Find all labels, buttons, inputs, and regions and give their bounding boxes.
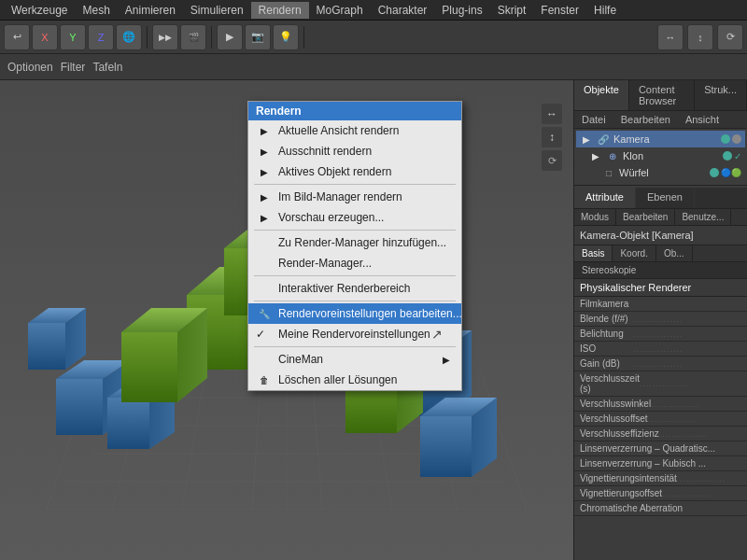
attr-tab-basis[interactable]: Basis — [574, 245, 613, 261]
tool-y-axis[interactable]: Y — [60, 24, 86, 50]
attr-title: Kamera-Objekt [Kamera] — [574, 226, 747, 245]
tool-world[interactable]: 🌐 — [116, 24, 142, 50]
subtab-bearbeiten[interactable]: Bearbeiten — [613, 111, 678, 128]
tab-content-browser[interactable]: Content Browser — [629, 80, 695, 110]
menu-simulieren[interactable]: Simulieren — [183, 2, 251, 19]
subtab-ansicht[interactable]: Ansicht — [678, 111, 726, 128]
belichtung-dots: ............... — [634, 329, 741, 339]
objects-list: ▶ 🔗 Kamera ▶ ⊕ Klon ✓ □ — [574, 129, 747, 183]
attr-subtab-bearbeiten[interactable]: Bearbeiten — [616, 209, 675, 225]
menu-skript[interactable]: Skript — [490, 2, 534, 19]
check-icon: ✓ — [256, 328, 265, 341]
tool-light[interactable]: 💡 — [273, 24, 299, 50]
menu-aktives-objekt[interactable]: ▶ Aktives Objekt rendern — [248, 161, 461, 182]
tool-render-active[interactable]: ▶ — [217, 24, 243, 50]
menu-ausschnitt[interactable]: ▶ Ausschnitt rendern — [248, 141, 461, 161]
attr-gain: Gain (dB) ............... — [574, 357, 747, 371]
attr-subtab-modus[interactable]: Modus — [574, 209, 616, 225]
menu-zu-render-manager[interactable]: Zu Render-Manager hinzufügen... — [248, 232, 461, 253]
tab-ebenen[interactable]: Ebenen — [636, 188, 695, 208]
toolbar2-optionen[interactable]: Optionen — [7, 61, 53, 74]
attr-verschlussoffset: Verschlussoffset ............... — [574, 412, 747, 427]
dropdown-menu: Rendern ▶ Aktuelle Ansicht rendern ▶ Aus… — [247, 101, 462, 391]
sep-2 — [254, 230, 456, 231]
obj-klon[interactable]: ▶ ⊕ Klon ✓ — [576, 147, 745, 164]
menu-vorschau[interactable]: ▶ Vorschau erzeugen... — [248, 207, 461, 228]
menu-mograph[interactable]: MoGraph — [309, 2, 371, 19]
attr-linsen-quad: Linsenverzerrung – Quadratisc... — [574, 441, 747, 456]
obj-kamera[interactable]: ▶ 🔗 Kamera — [576, 131, 745, 147]
iso-label: ISO — [580, 343, 634, 354]
menu-animieren[interactable]: Animieren — [118, 2, 183, 19]
kamera-controls — [721, 134, 741, 144]
attr-stereoskopie[interactable]: Stereoskopie — [574, 262, 747, 279]
render-icon-5: ▶ — [256, 210, 273, 225]
tool-nav1[interactable]: ↔ — [657, 24, 684, 50]
wuerfel-icons: 🔵🟢 — [721, 168, 741, 177]
menu-cineman[interactable]: CineMan ▶ — [248, 349, 461, 370]
menu-interaktiver[interactable]: Interaktiver Renderbereich — [248, 278, 461, 299]
tool-x-axis[interactable]: X — [32, 24, 58, 50]
toolbar2-filter[interactable]: Filter — [61, 61, 86, 74]
attr-verschlusseffizienz: Verschlusseffizienz ............... — [574, 427, 747, 441]
obj-wuerfel[interactable]: □ Würfel 🔵🟢 — [576, 164, 745, 181]
attr-tab-koord[interactable]: Koord. — [613, 245, 655, 261]
kamera-icon: 🔗 — [597, 133, 610, 146]
sep-1 — [254, 184, 456, 185]
attr-tabs: Attribute Ebenen — [574, 188, 747, 209]
menu-rendervoreinstellungen[interactable]: 🔧 Rendervoreinstellungen bearbeiten... — [248, 303, 461, 324]
tab-attribute[interactable]: Attribute — [574, 188, 636, 208]
subtab-datei[interactable]: Datei — [574, 111, 613, 128]
tool-camera[interactable]: 📷 — [245, 24, 271, 50]
settings-icon: 🔧 — [256, 306, 273, 321]
klon-icon: ⊕ — [606, 149, 619, 162]
menu-plugins[interactable]: Plug-ins — [434, 2, 489, 19]
attr-chrom-aberr: Chromatische Aberration — [574, 501, 747, 516]
toolbar2: Optionen Filter Tafeln — [0, 54, 747, 80]
menu-charakter[interactable]: Charakter — [371, 2, 435, 19]
render-icon-4: ▶ — [256, 189, 273, 204]
menu-meine-render[interactable]: ✓ Meine Rendervoreinstellungen — [248, 324, 461, 344]
tool-z-axis[interactable]: Z — [88, 24, 114, 50]
tool-nav2[interactable]: ↕ — [687, 24, 713, 50]
toolbar2-tafeln[interactable]: Tafeln — [92, 61, 122, 74]
klon-controls: ✓ — [723, 151, 741, 161]
tool-nav3[interactable]: ⟳ — [717, 24, 743, 50]
main-layout: Perspektive Gouraud Shading — [0, 80, 747, 560]
viewport[interactable]: Perspektive Gouraud Shading — [0, 80, 573, 560]
klon-expand-icon: ▶ — [589, 149, 602, 162]
filmkamera-label: Filmkamera — [580, 299, 741, 309]
menu-rendern[interactable]: Rendern — [251, 2, 309, 19]
menu-werkzeuge[interactable]: Werkzeuge — [4, 2, 75, 19]
attr-fields-container[interactable]: Filmkamera Blende (f/#) ............... … — [574, 297, 747, 560]
linsen-kub-label: Linsenverzerrung – Kubisch ... — [580, 458, 741, 469]
attr-subtabs: Modus Bearbeiten Benutze... — [574, 209, 747, 226]
menu-fenster[interactable]: Fenster — [533, 2, 586, 19]
svg-marker-35 — [121, 332, 177, 402]
menu-render-manager[interactable]: Render-Manager... — [248, 253, 461, 273]
menu-hilfe[interactable]: Hilfe — [586, 2, 624, 19]
attr-vignett-intens: Vignettierungsintensität ............... — [574, 471, 747, 486]
gain-label: Gain (dB) — [580, 358, 634, 369]
attr-subtab-benutze[interactable]: Benutze... — [675, 209, 731, 225]
tab-objekte[interactable]: Objekte — [574, 80, 629, 110]
attr-tab-ob[interactable]: Ob... — [656, 245, 693, 261]
svg-marker-17 — [56, 379, 103, 435]
wuerfel-controls: 🔵🟢 — [710, 168, 741, 177]
menu-mesh[interactable]: Mesh — [75, 2, 117, 19]
tool-undo[interactable]: ↩ — [4, 24, 30, 50]
separator-3 — [303, 26, 304, 49]
verschlusseffizienz-label: Verschlusseffizienz — [580, 428, 659, 439]
wuerfel-icon: □ — [602, 166, 615, 179]
tool-render-small[interactable]: ▶▶ — [152, 24, 178, 50]
tool-render-preview[interactable]: 🎬 — [180, 24, 206, 50]
attr-blende: Blende (f/#) ............... — [574, 312, 747, 327]
submenu-arrow: ▶ — [443, 355, 450, 365]
tab-struk[interactable]: Struk... — [695, 80, 747, 110]
render-icon-2: ▶ — [256, 144, 273, 159]
verschlusszeit-label: Verschlusszeit (s) — [580, 373, 640, 394]
attr-iso: ISO ............... — [574, 342, 747, 357]
menu-bild-manager[interactable]: ▶ Im Bild-Manager rendern — [248, 187, 461, 207]
menu-loeschen[interactable]: 🗑 Löschen aller Lösungen — [248, 370, 461, 390]
menu-aktuelle-ansicht[interactable]: ▶ Aktuelle Ansicht rendern — [248, 120, 461, 141]
